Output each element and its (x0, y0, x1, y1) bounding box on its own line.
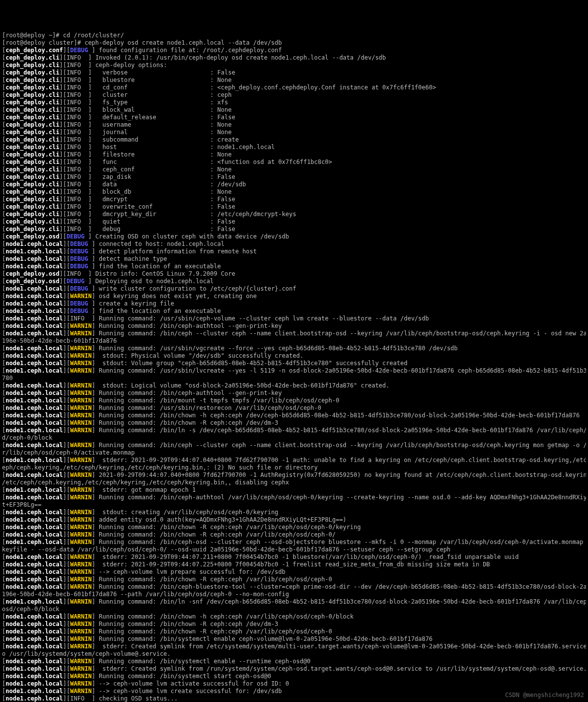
log-line: [ceph_deploy.cli][INFO ] ceph-deploy opt… (2, 62, 586, 69)
log-line-continuation: osd/ceph-0/block (2, 606, 586, 613)
log-line: [ceph_deploy.cli][INFO ] cd_conf : <ceph… (2, 84, 586, 91)
log-line: [ceph_deploy.cli][INFO ] host : node1.ce… (2, 144, 586, 151)
log-line: [node1.ceph.local][WARNIN] --> ceph-volu… (2, 568, 586, 576)
log-line: [node1.ceph.local][DEBUG ] find the loca… (2, 308, 586, 315)
log-line: [ceph_deploy.cli][INFO ] block_wal : Non… (2, 106, 586, 114)
log-line: [node1.ceph.local][WARNIN] Running comma… (2, 419, 586, 427)
log-line: [ceph_deploy.cli][INFO ] data : /dev/sdb (2, 181, 586, 188)
log-line: [ceph_deploy.cli][INFO ] zap_disk : Fals… (2, 173, 586, 181)
log-line: [node1.ceph.local][WARNIN] stdout: creat… (2, 509, 586, 516)
log-line-continuation: /etc/ceph/ceph.keyring,/etc/ceph/keyring… (2, 479, 586, 486)
log-line: [node1.ceph.local][WARNIN] Running comma… (2, 621, 586, 628)
log-line: [ceph_deploy.cli][INFO ] debug : False (2, 226, 586, 233)
log-line: [node1.ceph.local][WARNIN] Running comma… (2, 397, 586, 404)
log-line: [ceph_deploy.cli][INFO ] verbose : False (2, 69, 586, 77)
log-line: [node1.ceph.local][WARNIN] stderr: got m… (2, 486, 586, 494)
log-line: [node1.ceph.local][WARNIN] Running comma… (2, 427, 586, 434)
log-line: [node1.ceph.local][WARNIN] Running comma… (2, 322, 586, 330)
log-line: [node1.ceph.local][WARNIN] osd keyring d… (2, 293, 586, 300)
log-line: [ceph_deploy.cli][INFO ] quiet : False (2, 218, 586, 226)
log-line-continuation: 780 (2, 375, 586, 382)
log-line: [node1.ceph.local][WARNIN] --> ceph-volu… (2, 680, 586, 688)
log-line: [node1.ceph.local][WARNIN] Running comma… (2, 576, 586, 583)
log-line: [node1.ceph.local][WARNIN] Running comma… (2, 390, 586, 397)
log-line: [node1.ceph.local][DEBUG ] connected to … (2, 240, 586, 248)
log-line: [ceph_deploy.conf][DEBUG ] found configu… (2, 47, 586, 54)
log-line: [node1.ceph.local][WARNIN] Running comma… (2, 442, 586, 449)
log-line: [node1.ceph.local][WARNIN] Running comma… (2, 635, 586, 643)
log-line: [ceph_deploy.cli][INFO ] journal : None (2, 129, 586, 136)
log-line: [node1.ceph.local][WARNIN] Running comma… (2, 658, 586, 665)
log-line: [node1.ceph.local][WARNIN] Running comma… (2, 524, 586, 531)
log-line: [ceph_deploy.osd][DEBUG ] Creating OSD o… (2, 233, 586, 240)
log-line: [node1.ceph.local][WARNIN] Running comma… (2, 598, 586, 606)
log-line: [node1.ceph.local][DEBUG ] detect machin… (2, 255, 586, 263)
log-line: [ceph_deploy.cli][INFO ] fs_type : xfs (2, 99, 586, 106)
log-line: [node1.ceph.local][WARNIN] --> ceph-volu… (2, 688, 586, 695)
log-line: [node1.ceph.local][DEBUG ] write cluster… (2, 285, 586, 293)
log-line: [node1.ceph.local][DEBUG ] create a keyr… (2, 300, 586, 308)
log-line: [node1.ceph.local][WARNIN] stderr: Creat… (2, 643, 586, 650)
log-line: [node1.ceph.local][WARNIN] Running comma… (2, 673, 586, 680)
log-line-continuation: o /usr/lib/systemd/system/ceph-volume@.s… (2, 650, 586, 658)
log-line-continuation: 196e-50bd-42de-becb-601bf17da876 (2, 337, 586, 345)
log-line: [node1.ceph.local][WARNIN] stdout: Physi… (2, 352, 586, 360)
log-line: [node1.ceph.local][WARNIN] Running comma… (2, 539, 586, 546)
log-line: [node1.ceph.local][INFO ] Running comman… (2, 315, 586, 322)
log-line: [node1.ceph.local][WARNIN] Running comma… (2, 628, 586, 635)
shell-prompt[interactable]: [root@deploy cluster]# ceph-deploy osd c… (2, 39, 586, 47)
log-line: [node1.ceph.local][WARNIN] stderr: 2021-… (2, 561, 586, 568)
log-line: [node1.ceph.local][WARNIN] stderr: 2021-… (2, 457, 586, 464)
log-line: [ceph_deploy.cli][INFO ] block_db : None (2, 188, 586, 196)
log-line: [ceph_deploy.cli][INFO ] cluster : ceph (2, 91, 586, 99)
log-line: [node1.ceph.local][WARNIN] Running comma… (2, 613, 586, 621)
log-line-continuation: t+EF3P8Lg== (2, 501, 586, 509)
terminal-output: [root@deploy ~]# cd /root/cluster/[root@… (2, 32, 586, 702)
log-line: [node1.ceph.local][DEBUG ] detect platfo… (2, 248, 586, 255)
log-line: [node1.ceph.local][WARNIN] stdout: Volum… (2, 360, 586, 367)
log-line-continuation: keyfile - --osd-data /var/lib/ceph/osd/c… (2, 546, 586, 553)
log-line-continuation: 196e-50bd-42de-becb-601bf17da876 --path … (2, 591, 586, 598)
log-line-continuation: eph/ceph.keyring,/etc/ceph/keyring,/etc/… (2, 464, 586, 471)
log-line: [ceph_deploy.cli][INFO ] username : None (2, 121, 586, 129)
log-line: [node1.ceph.local][WARNIN] Running comma… (2, 531, 586, 539)
log-line: [ceph_deploy.cli][INFO ] overwrite_conf … (2, 203, 586, 211)
log-line: [node1.ceph.local][WARNIN] Running comma… (2, 345, 586, 352)
log-line: [node1.ceph.local][INFO ] checking OSD s… (2, 695, 586, 702)
log-line: [node1.ceph.local][WARNIN] Running comma… (2, 367, 586, 375)
log-line: [ceph_deploy.cli][INFO ] subcommand : cr… (2, 136, 586, 144)
log-line: [node1.ceph.local][WARNIN] stdout: Logic… (2, 382, 586, 390)
log-line: [ceph_deploy.cli][INFO ] dmcrypt : False (2, 196, 586, 203)
log-line: [ceph_deploy.cli][INFO ] func : <functio… (2, 158, 586, 166)
log-line: [node1.ceph.local][WARNIN] stderr: Creat… (2, 665, 586, 673)
log-line: [ceph_deploy.cli][INFO ] ceph_conf : Non… (2, 166, 586, 173)
log-line: [ceph_deploy.osd][INFO ] Distro info: Ce… (2, 270, 586, 278)
shell-prompt[interactable]: [root@deploy ~]# cd /root/cluster/ (2, 32, 586, 39)
log-line-continuation: d/ceph-0/block (2, 434, 586, 442)
log-line-continuation: r/lib/ceph/osd/ceph-0/activate.monmap (2, 449, 586, 457)
log-line: [node1.ceph.local][DEBUG ] find the loca… (2, 263, 586, 270)
log-line: [ceph_deploy.cli][INFO ] filestore : Non… (2, 151, 586, 158)
log-line: [node1.ceph.local][WARNIN] 2021-09-29T09… (2, 471, 586, 479)
log-line: [node1.ceph.local][WARNIN] added entity … (2, 516, 586, 524)
log-line: [ceph_deploy.cli][INFO ] dmcrypt_key_dir… (2, 211, 586, 218)
log-line: [ceph_deploy.osd][DEBUG ] Deploying osd … (2, 278, 586, 285)
log-line: [node1.ceph.local][WARNIN] Running comma… (2, 583, 586, 591)
log-line: [ceph_deploy.cli][INFO ] bluestore : Non… (2, 77, 586, 84)
log-line: [ceph_deploy.cli][INFO ] Invoked (2.0.1)… (2, 54, 586, 62)
watermark: CSDN @mengshicheng1992 (505, 692, 584, 699)
log-line: [ceph_deploy.cli][INFO ] default_release… (2, 114, 586, 121)
log-line: [node1.ceph.local][WARNIN] Running comma… (2, 404, 586, 412)
log-line: [node1.ceph.local][WARNIN] Running comma… (2, 412, 586, 419)
log-line: [node1.ceph.local][WARNIN] Running comma… (2, 494, 586, 501)
log-line: [node1.ceph.local][WARNIN] stderr: 2021-… (2, 553, 586, 561)
log-line: [node1.ceph.local][WARNIN] Running comma… (2, 330, 586, 337)
